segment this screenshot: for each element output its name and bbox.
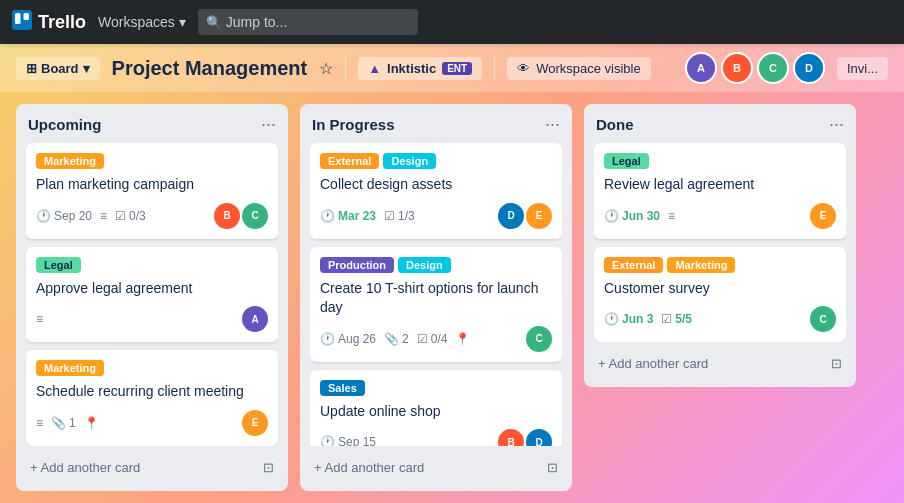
eye-icon: 👁 xyxy=(517,61,530,76)
meta-text: Aug 26 xyxy=(338,332,376,346)
card[interactable]: LegalApprove legal agreement≡A xyxy=(26,247,278,343)
card-title: Update online shop xyxy=(320,402,552,422)
card-tag: Legal xyxy=(36,257,81,273)
chevron-down-icon: ▾ xyxy=(179,14,186,30)
card[interactable]: ExternalDesignCollect design assets🕐Mar … xyxy=(310,143,562,239)
card-title: Review legal agreement xyxy=(604,175,836,195)
avatar[interactable]: D xyxy=(793,52,825,84)
meta-text: Sep 20 xyxy=(54,209,92,223)
card[interactable]: LegalReview legal agreement🕐Jun 30≡E xyxy=(594,143,846,239)
card-footer: 🕐Jun 3☑5/5C xyxy=(604,306,836,332)
card-avatar: C xyxy=(810,306,836,332)
card-tag: Design xyxy=(383,153,436,169)
meta-text: 2 xyxy=(402,332,409,346)
card-avatar: B xyxy=(214,203,240,229)
card-meta-item: ☑5/5 xyxy=(661,312,692,326)
svg-rect-1 xyxy=(15,13,21,24)
meta-icon: ☑ xyxy=(115,209,126,223)
meta-text: Sep 15 xyxy=(338,435,376,446)
search-input[interactable] xyxy=(198,9,418,35)
card-tag: External xyxy=(320,153,379,169)
meta-icon: 🕐 xyxy=(604,312,619,326)
board-view-button[interactable]: ⊞ Board ▾ xyxy=(16,57,100,80)
board-title: Project Management xyxy=(112,57,308,80)
card[interactable]: SalesUpdate online shop🕐Sep 15BD xyxy=(310,370,562,446)
card-avatar: D xyxy=(498,203,524,229)
board-body: Upcoming···MarketingPlan marketing campa… xyxy=(0,92,904,503)
list-in-progress: In Progress···ExternalDesignCollect desi… xyxy=(300,104,572,491)
meta-text: Jun 3 xyxy=(622,312,653,326)
card[interactable]: MarketingPlan marketing campaign🕐Sep 20≡… xyxy=(26,143,278,239)
list-menu-button[interactable]: ··· xyxy=(545,114,560,135)
workspaces-button[interactable]: Workspaces ▾ xyxy=(98,14,186,30)
add-card-button[interactable]: + Add another card⊡ xyxy=(594,350,846,377)
card-meta-item: ≡ xyxy=(36,416,43,430)
trello-label: Trello xyxy=(38,12,86,33)
chevron-down-icon: ▾ xyxy=(83,61,90,76)
list-upcoming: Upcoming···MarketingPlan marketing campa… xyxy=(16,104,288,491)
card-avatar: A xyxy=(242,306,268,332)
card-tags: Legal xyxy=(36,257,268,273)
avatar[interactable]: A xyxy=(685,52,717,84)
add-card-template-icon: ⊡ xyxy=(831,356,842,371)
card[interactable]: ProductionDesignCreate 10 T-shirt option… xyxy=(310,247,562,362)
card-avatars: DE xyxy=(498,203,552,229)
meta-icon: ☑ xyxy=(661,312,672,326)
meta-text: 0/3 xyxy=(129,209,146,223)
card-avatars: BD xyxy=(498,429,552,446)
card[interactable]: ExternalMarketingCustomer survey🕐Jun 3☑5… xyxy=(594,247,846,343)
search-icon: 🔍 xyxy=(206,15,222,30)
cards-container: ExternalDesignCollect design assets🕐Mar … xyxy=(310,143,562,446)
cards-container: MarketingPlan marketing campaign🕐Sep 20≡… xyxy=(26,143,278,446)
card-avatars: E xyxy=(810,203,836,229)
add-card-label: + Add another card xyxy=(30,460,140,475)
add-card-button[interactable]: + Add another card⊡ xyxy=(310,454,562,481)
meta-text: 1 xyxy=(69,416,76,430)
card-tags: Marketing xyxy=(36,360,268,376)
card-footer: 🕐Mar 23☑1/3DE xyxy=(320,203,552,229)
card-tags: ExternalDesign xyxy=(320,153,552,169)
card-footer: 🕐Jun 30≡E xyxy=(604,203,836,229)
add-card-button[interactable]: + Add another card⊡ xyxy=(26,454,278,481)
list-title: In Progress xyxy=(312,116,395,133)
meta-icon: 🕐 xyxy=(604,209,619,223)
visibility-button[interactable]: 👁 Workspace visible xyxy=(507,57,651,80)
card-avatar: C xyxy=(526,326,552,352)
avatar[interactable]: C xyxy=(757,52,789,84)
card-avatars: C xyxy=(810,306,836,332)
meta-icon: 📍 xyxy=(84,416,99,430)
card-avatars: E xyxy=(242,410,268,436)
list-menu-button[interactable]: ··· xyxy=(261,114,276,135)
list-title: Upcoming xyxy=(28,116,101,133)
card-meta-item: ☑0/4 xyxy=(417,332,448,346)
card-avatars: A xyxy=(242,306,268,332)
meta-icon: 🕐 xyxy=(36,209,51,223)
avatar[interactable]: B xyxy=(721,52,753,84)
invite-button[interactable]: Invi... xyxy=(837,57,888,80)
meta-icon: 🕐 xyxy=(320,209,335,223)
meta-icon: 📎 xyxy=(51,416,66,430)
star-button[interactable]: ☆ xyxy=(319,59,333,78)
card-meta-item: ≡ xyxy=(668,209,675,223)
card-tag: Marketing xyxy=(36,153,104,169)
card-tag: Sales xyxy=(320,380,365,396)
card-footer: 🕐Aug 26📎2☑0/4📍C xyxy=(320,326,552,352)
add-card-template-icon: ⊡ xyxy=(547,460,558,475)
separator xyxy=(494,56,495,80)
card-avatar: D xyxy=(526,429,552,446)
meta-icon: 📎 xyxy=(384,332,399,346)
meta-icon: 🕐 xyxy=(320,435,335,446)
card-meta-item: 📎2 xyxy=(384,332,409,346)
card-footer: ≡A xyxy=(36,306,268,332)
trello-icon xyxy=(12,10,32,35)
card-tag: Marketing xyxy=(667,257,735,273)
list-header: In Progress··· xyxy=(310,114,562,135)
card-meta-item: 🕐Sep 15 xyxy=(320,435,376,446)
meta-text: 1/3 xyxy=(398,209,415,223)
list-menu-button[interactable]: ··· xyxy=(829,114,844,135)
card[interactable]: MarketingSchedule recurring client meeti… xyxy=(26,350,278,446)
meta-icon: ≡ xyxy=(100,209,107,223)
separator xyxy=(345,56,346,80)
meta-icon: ☑ xyxy=(384,209,395,223)
workspace-icon: ▲ xyxy=(368,61,381,76)
